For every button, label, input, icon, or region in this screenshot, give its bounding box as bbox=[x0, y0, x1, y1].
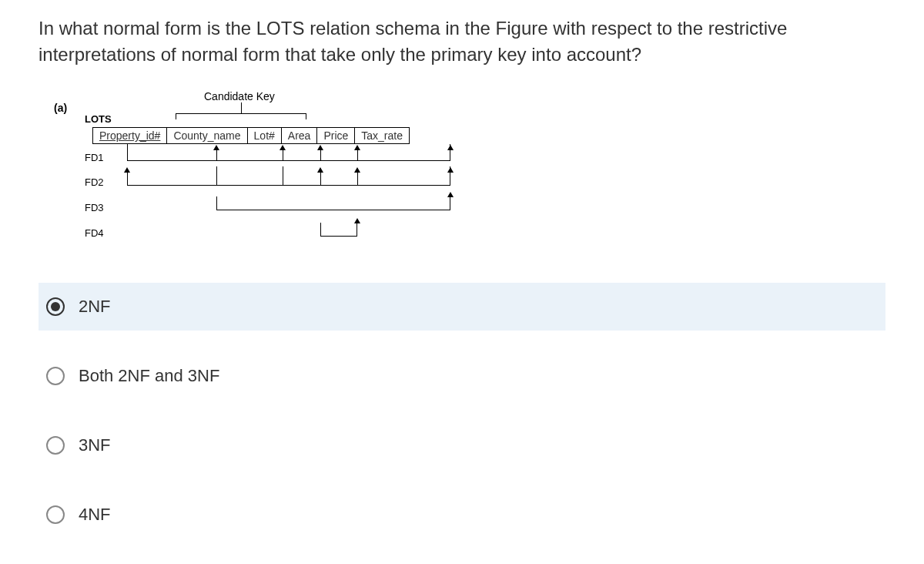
radio-icon bbox=[46, 436, 65, 455]
fd3-line bbox=[216, 196, 450, 210]
fd1-arrow bbox=[213, 145, 219, 150]
fd2-arrow bbox=[447, 167, 454, 173]
fd4-label: FD4 bbox=[85, 227, 104, 239]
fd2-tick bbox=[320, 173, 321, 186]
schema-diagram: (a) Candidate Key LOTS Property_id# Coun… bbox=[54, 90, 886, 260]
radio-icon bbox=[46, 367, 65, 385]
fd1-arrow bbox=[354, 145, 360, 150]
option-3nf[interactable]: 3NF bbox=[38, 421, 886, 469]
fd1-tick bbox=[357, 150, 358, 161]
option-label: 2NF bbox=[79, 297, 111, 317]
radio-icon bbox=[46, 297, 65, 316]
fd2-tick bbox=[127, 173, 128, 186]
option-label: 4NF bbox=[79, 505, 111, 525]
fd2-tick bbox=[216, 166, 217, 186]
candidate-key-label: Candidate Key bbox=[204, 90, 275, 102]
ck-stem bbox=[241, 102, 242, 113]
fd1-arrow bbox=[447, 145, 454, 150]
fd2-label: FD2 bbox=[85, 176, 104, 188]
attr-county-name: County_name bbox=[167, 128, 247, 144]
fd1-arrow bbox=[317, 145, 323, 150]
fd2-arrow bbox=[317, 167, 323, 173]
fd2-tick bbox=[357, 173, 358, 186]
fd4-arrow bbox=[354, 218, 360, 223]
fd2-tick bbox=[283, 166, 283, 186]
fd2-arrow bbox=[354, 167, 360, 173]
attr-lot: Lot# bbox=[247, 128, 281, 144]
answer-options: 2NF Both 2NF and 3NF 3NF 4NF bbox=[38, 283, 886, 539]
fd1-arrow bbox=[280, 145, 286, 150]
fd1-line bbox=[127, 144, 450, 161]
ck-bracket bbox=[176, 113, 306, 119]
fd2-line bbox=[127, 166, 450, 186]
option-label: Both 2NF and 3NF bbox=[79, 366, 219, 386]
fd1-label: FD1 bbox=[85, 152, 104, 163]
fd3-label: FD3 bbox=[85, 202, 104, 213]
schema-name: LOTS bbox=[85, 113, 112, 125]
attr-property-id: Property_id# bbox=[93, 128, 167, 144]
fd1-tick bbox=[216, 150, 217, 161]
option-label: 3NF bbox=[79, 435, 111, 455]
fd2-arrow bbox=[124, 167, 130, 173]
part-label: (a) bbox=[54, 102, 67, 114]
option-2nf[interactable]: 2NF bbox=[38, 283, 886, 331]
fd1-tick bbox=[283, 150, 283, 161]
fd4-line bbox=[320, 223, 357, 237]
fd1-tick bbox=[320, 150, 321, 161]
question-text: In what normal form is the LOTS relation… bbox=[38, 15, 886, 67]
attr-tax-rate: Tax_rate bbox=[355, 128, 410, 144]
attr-area: Area bbox=[281, 128, 317, 144]
schema-table: Property_id# County_name Lot# Area Price… bbox=[92, 127, 410, 144]
radio-icon bbox=[46, 505, 65, 524]
attr-price: Price bbox=[317, 128, 355, 144]
option-4nf[interactable]: 4NF bbox=[38, 491, 886, 539]
fd3-arrow bbox=[447, 192, 454, 197]
option-both-2nf-3nf[interactable]: Both 2NF and 3NF bbox=[38, 352, 886, 400]
